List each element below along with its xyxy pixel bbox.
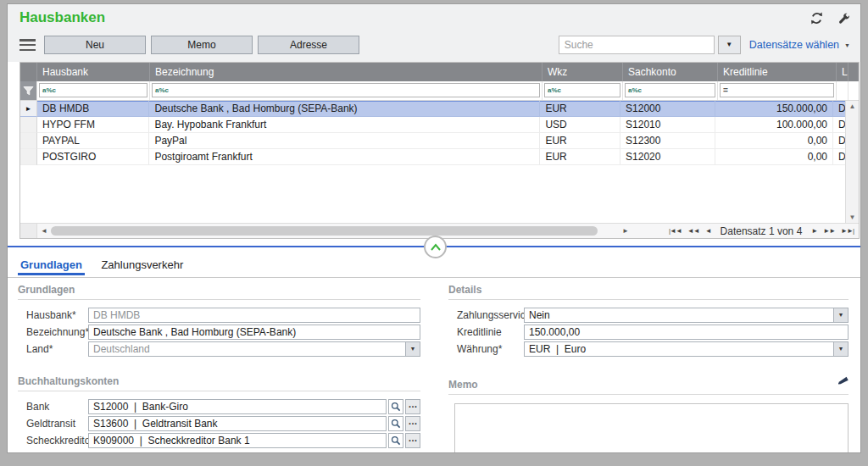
table-row[interactable]: HYPO FFM Bay. Hypobank Frankfurt USD S12… bbox=[20, 117, 845, 133]
bank-account-field[interactable] bbox=[89, 400, 386, 413]
like-filter-icon[interactable]: a%c bbox=[153, 86, 171, 94]
tab-zahlungsverkehr[interactable]: Zahlungsverkehr bbox=[98, 253, 186, 275]
cell-hausbank[interactable]: POSTGIRO bbox=[37, 149, 149, 165]
cell-sachkonto[interactable]: S12000 bbox=[620, 101, 715, 117]
scheckkreditor-more-button[interactable]: … bbox=[405, 433, 420, 448]
cell-land[interactable]: De bbox=[833, 117, 845, 133]
filter-input-wkz[interactable]: a%c bbox=[544, 83, 620, 97]
hscroll-track[interactable] bbox=[51, 226, 619, 236]
scheckkreditor-label: Scheckkreditor bbox=[18, 435, 88, 447]
scroll-left-icon[interactable]: ◄ bbox=[37, 227, 51, 235]
memo-edit-pencil-icon[interactable] bbox=[838, 375, 849, 391]
section-buchhaltungskonten: Buchhaltungskonten Bank … Geldtransit … … bbox=[18, 375, 420, 450]
geldtransit-field[interactable] bbox=[89, 417, 386, 430]
scheckkreditor-lookup-button[interactable] bbox=[388, 433, 403, 448]
cell-wkz[interactable]: EUR bbox=[540, 101, 620, 117]
cell-kreditlinie[interactable]: 100.000,00 bbox=[715, 117, 833, 133]
filter-funnel-icon[interactable] bbox=[20, 81, 37, 100]
cell-wkz[interactable]: EUR bbox=[540, 149, 620, 165]
equals-filter-icon[interactable]: = bbox=[721, 86, 731, 95]
land-dropdown-button[interactable]: ▼ bbox=[405, 342, 420, 356]
pager-next-page-button[interactable]: ►► bbox=[823, 227, 835, 235]
geldtransit-more-button[interactable]: … bbox=[405, 416, 420, 431]
cell-land[interactable]: De bbox=[833, 101, 845, 117]
cell-sachkonto[interactable]: S12300 bbox=[620, 133, 715, 149]
zahlungsservice-dropdown-button[interactable]: ▼ bbox=[833, 308, 848, 322]
pager-prev-button[interactable]: ◄ bbox=[705, 227, 711, 235]
like-filter-icon[interactable]: a%c bbox=[40, 86, 58, 94]
column-header-sachkonto[interactable]: Sachkonto bbox=[623, 63, 718, 81]
table-row[interactable]: POSTGIRO Postgiroamt Frankfurt EUR S1202… bbox=[20, 149, 845, 165]
bank-more-button[interactable]: … bbox=[405, 399, 420, 414]
waehrung-field[interactable] bbox=[525, 342, 833, 356]
neu-button[interactable]: Neu bbox=[44, 36, 146, 54]
hscroll-thumb[interactable] bbox=[51, 226, 598, 236]
waehrung-dropdown-button[interactable]: ▼ bbox=[833, 342, 848, 356]
records-caret-icon[interactable]: ▼ bbox=[844, 42, 850, 48]
column-header-hausbank[interactable]: Hausbank bbox=[37, 63, 150, 81]
table-row[interactable]: PAYPAL PayPal EUR S12300 0,00 De bbox=[20, 133, 845, 149]
cell-wkz[interactable]: USD bbox=[540, 117, 620, 133]
filter-input-hausbank[interactable]: a%c bbox=[39, 83, 147, 97]
search-filter-dropdown-button[interactable]: ▼ bbox=[718, 36, 741, 54]
like-filter-icon[interactable]: a%c bbox=[545, 86, 564, 94]
bank-lookup-button[interactable] bbox=[388, 399, 403, 414]
memo-textarea[interactable] bbox=[454, 403, 849, 453]
column-header-wkz[interactable]: Wkz bbox=[542, 63, 623, 81]
geldtransit-lookup-button[interactable] bbox=[388, 416, 403, 431]
adresse-button[interactable]: Adresse bbox=[258, 36, 359, 54]
bezeichnung-field[interactable] bbox=[89, 325, 420, 339]
scrollbar-corner bbox=[20, 224, 37, 238]
filter-input-kreditlinie[interactable]: = bbox=[720, 83, 834, 97]
refresh-icon[interactable] bbox=[810, 11, 824, 25]
menu-hamburger-icon[interactable] bbox=[19, 39, 36, 51]
section-details: Details Zahlungsservice* ▼ Kreditlinie W… bbox=[448, 284, 849, 358]
cell-kreditlinie[interactable]: 0,00 bbox=[715, 149, 833, 165]
land-field[interactable] bbox=[89, 342, 405, 356]
search-input[interactable] bbox=[559, 36, 715, 54]
cell-bezeichnung[interactable]: Postgiroamt Frankfurt bbox=[149, 149, 540, 165]
scheckkreditor-field[interactable] bbox=[89, 434, 386, 447]
settings-wrench-icon[interactable] bbox=[837, 12, 850, 25]
cell-land[interactable]: De bbox=[833, 133, 845, 149]
zahlungsservice-field[interactable] bbox=[525, 308, 833, 322]
cell-bezeichnung[interactable]: Bay. Hypobank Frankfurt bbox=[149, 117, 540, 133]
cell-hausbank[interactable]: PAYPAL bbox=[37, 133, 149, 149]
like-filter-icon[interactable]: a%c bbox=[626, 86, 644, 94]
pager-last-button[interactable]: ►►| bbox=[841, 227, 854, 235]
geldtransit-label: Geldtransit bbox=[18, 418, 88, 430]
scroll-down-icon[interactable]: ▼ bbox=[846, 214, 859, 221]
cell-hausbank[interactable]: DB HMDB bbox=[37, 101, 149, 117]
cell-bezeichnung[interactable]: Deutsche Bank , Bad Homburg (SEPA-Bank) bbox=[149, 101, 540, 117]
cell-kreditlinie[interactable]: 0,00 bbox=[715, 133, 833, 149]
kreditlinie-field[interactable] bbox=[525, 325, 848, 339]
memo-button[interactable]: Memo bbox=[151, 36, 253, 54]
column-header-bezeichnung[interactable]: Bezeichnung bbox=[150, 63, 542, 81]
column-header-kreditlinie[interactable]: Kreditlinie bbox=[718, 63, 837, 81]
filter-input-sachkonto[interactable]: a%c bbox=[625, 83, 715, 97]
records-select-link[interactable]: Datensätze wählen bbox=[749, 39, 839, 51]
filter-input-bezeichnung[interactable]: a%c bbox=[152, 83, 540, 97]
pager-prev-page-button[interactable]: ◄◄ bbox=[687, 227, 699, 235]
tab-grundlagen[interactable]: Grundlagen bbox=[18, 253, 85, 275]
section-grundlagen: Grundlagen Hausbank* Bezeichnung* Land* … bbox=[18, 284, 420, 358]
cell-hausbank[interactable]: HYPO FFM bbox=[37, 117, 149, 133]
table-row[interactable]: ► DB HMDB Deutsche Bank , Bad Homburg (S… bbox=[20, 101, 845, 117]
vertical-scrollbar[interactable]: ▲ ▼ bbox=[845, 101, 859, 223]
pager-first-button[interactable]: |◄◄ bbox=[669, 227, 682, 235]
scroll-up-icon[interactable]: ▲ bbox=[846, 103, 859, 110]
hausbank-field[interactable] bbox=[89, 308, 420, 322]
cell-land[interactable]: De bbox=[833, 149, 845, 165]
column-header-land[interactable]: La bbox=[837, 63, 849, 81]
filter-input-land[interactable] bbox=[837, 81, 849, 100]
cell-sachkonto[interactable]: S12020 bbox=[620, 149, 715, 165]
row-indicator-cell bbox=[20, 117, 37, 133]
cell-kreditlinie[interactable]: 150.000,00 bbox=[715, 101, 833, 117]
cell-sachkonto[interactable]: S12010 bbox=[620, 117, 715, 133]
table-filter-row: a%c a%c a%c a%c = bbox=[20, 81, 859, 101]
collapse-panel-button[interactable] bbox=[424, 236, 447, 258]
pager-next-button[interactable]: ► bbox=[811, 227, 817, 235]
cell-wkz[interactable]: EUR bbox=[540, 133, 620, 149]
cell-bezeichnung[interactable]: PayPal bbox=[149, 133, 540, 149]
scroll-right-icon[interactable]: ► bbox=[619, 227, 632, 235]
